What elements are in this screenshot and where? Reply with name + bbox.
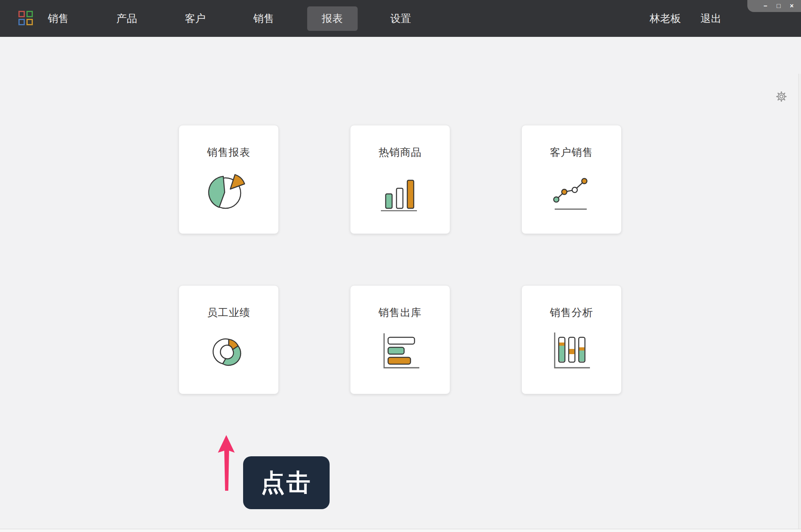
window-edge-bottom [0, 529, 801, 532]
card-employee-performance[interactable]: 员工业绩 [179, 285, 279, 394]
nav-item-customers[interactable]: 客户 [161, 6, 229, 31]
gear-icon[interactable] [775, 91, 787, 104]
report-dashboard: 销售报表 热销商品 客户销售 [0, 37, 801, 532]
nav-item-label: 产品 [102, 6, 152, 31]
card-title: 销售出库 [350, 306, 450, 320]
card-title: 销售报表 [179, 145, 278, 159]
callout-tooltip: 点击 [243, 456, 330, 509]
card-hot-products[interactable]: 热销商品 [350, 125, 450, 234]
card-sales-outbound[interactable]: 销售出库 [350, 285, 450, 394]
bar-chart-icon [350, 169, 450, 212]
callout-label: 点击 [261, 467, 312, 499]
minimize-icon[interactable]: − [762, 3, 769, 9]
titlebar-right: 林老板 退出 [650, 0, 721, 37]
stacked-bar-chart-icon [522, 329, 621, 372]
window-controls: − □ × [747, 0, 801, 12]
card-sales-analysis[interactable]: 销售分析 [521, 285, 622, 394]
nav-item-label: 报表 [307, 6, 358, 31]
main-nav: 销售 产品 客户 销售 报表 设置 [24, 0, 435, 37]
card-customer-sales[interactable]: 客户销售 [521, 125, 622, 234]
nav-item-products[interactable]: 产品 [93, 6, 161, 31]
nav-item-settings[interactable]: 设置 [366, 6, 435, 31]
nav-item-label: 客户 [170, 6, 221, 31]
callout-arrow-icon [215, 433, 239, 495]
close-icon[interactable]: × [788, 3, 795, 9]
nav-item-sales2[interactable]: 销售 [229, 6, 298, 31]
line-chart-icon [522, 169, 621, 212]
nav-item-reports[interactable]: 报表 [298, 6, 366, 31]
card-title: 员工业绩 [179, 306, 278, 320]
nav-item-label: 销售 [239, 6, 289, 31]
nav-item-sales[interactable]: 销售 [24, 6, 93, 31]
donut-chart-icon [179, 329, 278, 372]
maximize-icon[interactable]: □ [775, 3, 782, 9]
horizontal-bar-chart-icon [350, 329, 450, 372]
card-title: 销售分析 [522, 306, 621, 320]
nav-item-label: 销售 [33, 6, 84, 31]
logout-button[interactable]: 退出 [700, 12, 721, 26]
user-menu[interactable]: 林老板 [650, 12, 681, 26]
nav-item-label: 设置 [376, 6, 426, 31]
pie-chart-icon [179, 169, 278, 212]
card-sales-report[interactable]: 销售报表 [179, 125, 279, 234]
window-edge-right [798, 74, 801, 532]
card-title: 客户销售 [522, 145, 621, 159]
titlebar: 销售 产品 客户 销售 报表 设置 林老板 退出 − □ × [0, 0, 801, 37]
card-title: 热销商品 [350, 145, 450, 159]
